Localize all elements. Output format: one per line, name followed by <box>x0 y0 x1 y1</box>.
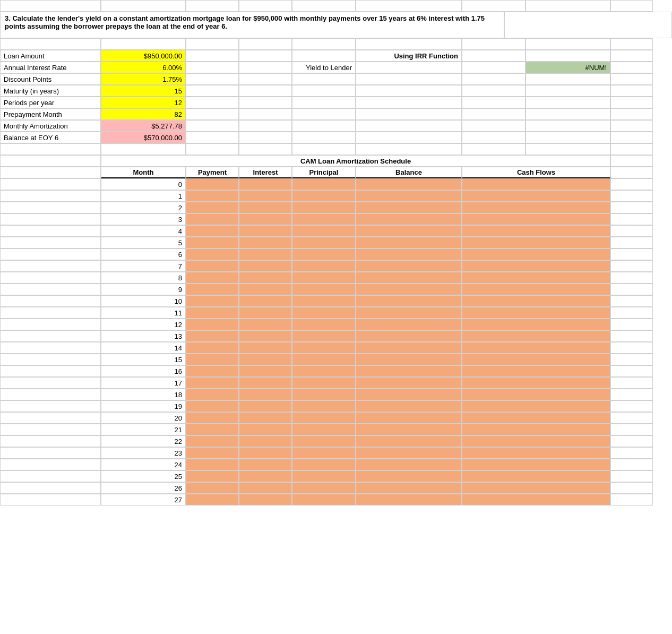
amort-a-4 <box>0 225 101 237</box>
empty-i-rate <box>610 62 653 73</box>
amort-row-11: 11 <box>0 307 672 319</box>
amort-row-9: 9 <box>0 284 672 295</box>
amort-interest-22 <box>239 435 292 447</box>
amort-a-3 <box>0 213 101 225</box>
amort-payment-18 <box>186 389 239 400</box>
yield-value[interactable]: #NUM! <box>525 62 610 73</box>
amort-last-27 <box>610 494 653 506</box>
amort-payment-24 <box>186 459 239 470</box>
amort-balance-2 <box>356 202 462 213</box>
amort-cashflow-17 <box>462 377 610 389</box>
loan-amount-value[interactable]: $950,000.00 <box>101 50 186 62</box>
empty-e-dp <box>292 73 356 85</box>
empty-h-bal <box>525 132 610 143</box>
amort-principal-3 <box>292 213 356 225</box>
empty-f-bal <box>356 132 462 143</box>
amort-interest-0 <box>239 178 292 190</box>
amort-a-15 <box>0 354 101 365</box>
periods-value[interactable]: 12 <box>101 97 186 108</box>
empty-e-mat <box>292 85 356 97</box>
amort-last-10 <box>610 295 653 307</box>
amort-last-20 <box>610 412 653 424</box>
amort-row-10: 10 <box>0 295 672 307</box>
balance-value[interactable]: $570,000.00 <box>101 132 186 143</box>
amort-balance-13 <box>356 330 462 342</box>
amort-row-27: 27 <box>0 494 672 506</box>
amort-interest-25 <box>239 470 292 482</box>
amort-month-14: 14 <box>101 342 186 354</box>
amort-balance-27 <box>356 494 462 506</box>
amort-last-22 <box>610 435 653 447</box>
empty-i-pre <box>610 108 653 120</box>
amort-a-9 <box>0 284 101 295</box>
amort-month-25: 25 <box>101 470 186 482</box>
amort-month-5: 5 <box>101 237 186 249</box>
amort-month-15: 15 <box>101 354 186 365</box>
amort-row-19: 19 <box>0 400 672 412</box>
using-irr-label: Using IRR Function <box>356 50 462 62</box>
amort-last-9 <box>610 284 653 295</box>
col-balance: Balance <box>356 167 462 178</box>
amort-balance-12 <box>356 319 462 330</box>
amort-cashflow-13 <box>462 330 610 342</box>
maturity-value[interactable]: 15 <box>101 85 186 97</box>
amort-balance-24 <box>356 459 462 470</box>
monthly-amort-value[interactable]: $5,277.78 <box>101 120 186 132</box>
amort-interest-23 <box>239 447 292 459</box>
yield-label: Yield to Lender <box>292 62 356 73</box>
amort-cashflow-21 <box>462 424 610 435</box>
amort-principal-26 <box>292 482 356 494</box>
amort-last-21 <box>610 424 653 435</box>
amort-payment-19 <box>186 400 239 412</box>
empty-g-dp <box>462 73 525 85</box>
amort-payment-6 <box>186 249 239 260</box>
empty-g-loan <box>462 50 525 62</box>
spacer-b <box>101 143 186 155</box>
amort-payment-0 <box>186 178 239 190</box>
amort-a-11 <box>0 307 101 319</box>
amort-last-23 <box>610 447 653 459</box>
amort-balance-5 <box>356 237 462 249</box>
amort-principal-7 <box>292 260 356 272</box>
amort-payment-25 <box>186 470 239 482</box>
amort-payment-13 <box>186 330 239 342</box>
amort-row-15: 15 <box>0 354 672 365</box>
amort-last-4 <box>610 225 653 237</box>
empty-a3 <box>0 38 101 50</box>
amort-month-0: 0 <box>101 178 186 190</box>
amort-principal-12 <box>292 319 356 330</box>
header-empty-i <box>610 167 653 178</box>
schedule-title: CAM Loan Amortization Schedule <box>101 155 610 167</box>
amort-principal-0 <box>292 178 356 190</box>
amort-payment-20 <box>186 412 239 424</box>
amort-interest-4 <box>239 225 292 237</box>
amort-last-3 <box>610 213 653 225</box>
empty-d-per <box>239 97 292 108</box>
amort-month-27: 27 <box>101 494 186 506</box>
amort-balance-0 <box>356 178 462 190</box>
prepayment-value[interactable]: 82 <box>101 108 186 120</box>
empty-d-bal <box>239 132 292 143</box>
amort-interest-13 <box>239 330 292 342</box>
amort-balance-6 <box>356 249 462 260</box>
amort-month-16: 16 <box>101 365 186 377</box>
annual-rate-value[interactable]: 6.00% <box>101 62 186 73</box>
discount-points-value[interactable]: 1.75% <box>101 73 186 85</box>
empty-h-per <box>525 97 610 108</box>
empty-a1 <box>0 0 101 12</box>
amort-interest-20 <box>239 412 292 424</box>
amort-interest-1 <box>239 190 292 202</box>
amort-balance-23 <box>356 447 462 459</box>
amort-balance-9 <box>356 284 462 295</box>
col-payment: Payment <box>186 167 239 178</box>
amort-balance-14 <box>356 342 462 354</box>
amort-principal-8 <box>292 272 356 284</box>
amort-month-22: 22 <box>101 435 186 447</box>
amort-interest-26 <box>239 482 292 494</box>
amort-row-2: 2 <box>0 202 672 213</box>
amort-balance-11 <box>356 307 462 319</box>
amort-principal-15 <box>292 354 356 365</box>
amort-last-14 <box>610 342 653 354</box>
amort-balance-15 <box>356 354 462 365</box>
spacer-h <box>525 143 610 155</box>
